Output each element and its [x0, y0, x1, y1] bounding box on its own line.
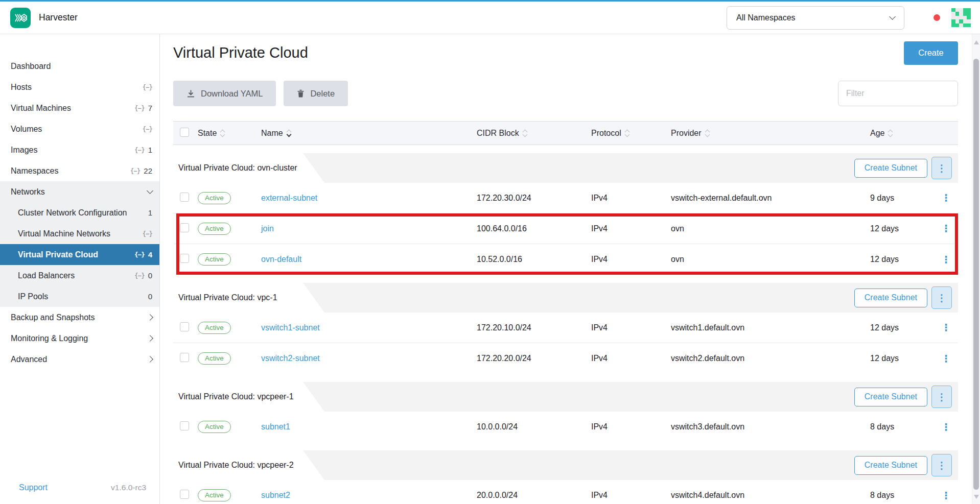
sidebar-item-hosts[interactable]: Hosts{−} — [0, 77, 159, 98]
scrollbar-thumb[interactable] — [973, 59, 979, 490]
group-menu-button[interactable]: ⋮ — [931, 454, 952, 476]
namespace-filter-value: All Namespaces — [736, 13, 796, 22]
create-subnet-button[interactable]: Create Subnet — [854, 456, 927, 475]
delete-button[interactable]: Delete — [284, 81, 348, 106]
sidebar-item-load-balancers[interactable]: Load Balancers{−}0 — [0, 265, 159, 286]
row-menu-kebab-icon[interactable]: ⋮ — [941, 422, 951, 432]
nav-count: 1 — [148, 208, 152, 217]
download-yaml-button[interactable]: Download YAML — [173, 81, 276, 106]
row-checkbox-cell — [173, 322, 198, 333]
sidebar-item-virtual-machine-networks[interactable]: Virtual Machine Networks{−} — [0, 223, 159, 244]
user-avatar-identicon[interactable] — [951, 8, 971, 28]
row-menu-kebab-icon[interactable]: ⋮ — [941, 255, 951, 265]
sidebar-item-networks[interactable]: Networks — [0, 181, 159, 202]
subnet-name-link[interactable]: vswitch1-subnet — [261, 323, 320, 332]
app-name: Harvester — [39, 12, 78, 23]
sidebar-item-monitoring-logging[interactable]: Monitoring & Logging — [0, 328, 159, 349]
scrollbar[interactable] — [972, 34, 980, 504]
row-checkbox[interactable] — [180, 223, 189, 232]
column-header-age[interactable]: Age — [870, 129, 934, 138]
sidebar-item-cluster-network-configuration[interactable]: Cluster Network Configuration1 — [0, 202, 159, 223]
row-checkbox[interactable] — [180, 254, 189, 263]
age-cell: 12 days — [870, 224, 934, 233]
row-actions-cell: ⋮ — [934, 255, 958, 265]
row-menu-kebab-icon[interactable]: ⋮ — [941, 224, 951, 233]
provider-cell: ovn — [671, 255, 870, 264]
row-checkbox[interactable] — [180, 421, 189, 430]
column-header-label: Name — [261, 129, 283, 138]
create-button[interactable]: Create — [904, 41, 958, 65]
group-menu-button[interactable]: ⋮ — [931, 157, 952, 179]
row-checkbox[interactable] — [180, 490, 189, 499]
support-link[interactable]: Support — [19, 483, 48, 492]
sidebar-item-backup-and-snapshots[interactable]: Backup and Snapshots — [0, 307, 159, 328]
table-row-vswitch1-subnet: Activevswitch1-subnet172.20.10.0/24IPv4v… — [173, 313, 958, 343]
column-header-state[interactable]: State — [198, 129, 261, 138]
sidebar-item-namespaces[interactable]: Namespaces{−}22 — [0, 160, 159, 181]
group-title: Virtual Private Cloud: ovn-cluster — [178, 163, 297, 173]
sidebar-item-dashboard[interactable]: Dashboard — [0, 56, 159, 77]
scrollbar-up-arrow-icon[interactable] — [974, 40, 979, 44]
subnet-name-link[interactable]: vswitch2-subnet — [261, 354, 320, 363]
sidebar-item-images[interactable]: Images{−}1 — [0, 139, 159, 160]
subnet-name-link[interactable]: ovn-default — [261, 255, 301, 263]
chevron-right-icon — [147, 356, 153, 363]
group-rows: Activeexternal-subnet172.20.30.0/24IPv4v… — [173, 183, 958, 275]
column-header-name[interactable]: Name — [261, 129, 477, 138]
provider-cell: vswitch2.default.ovn — [671, 354, 870, 363]
identicon-cell — [959, 19, 963, 23]
row-actions-cell: ⋮ — [934, 323, 958, 332]
create-subnet-button[interactable]: Create Subnet — [854, 388, 927, 406]
row-menu-kebab-icon[interactable]: ⋮ — [941, 491, 951, 500]
braces-icon: {−} — [142, 125, 152, 133]
identicon-cell — [959, 12, 963, 16]
group-title: Virtual Private Cloud: vpcpeer-1 — [178, 392, 294, 401]
filter-input[interactable] — [838, 81, 958, 106]
create-subnet-button[interactable]: Create Subnet — [854, 159, 927, 178]
subnet-name-link[interactable]: subnet2 — [261, 491, 290, 499]
group-tab: Virtual Private Cloud: vpc-1 — [173, 283, 324, 313]
row-checkbox-cell — [173, 193, 198, 204]
column-header-provider[interactable]: Provider — [671, 129, 870, 138]
subnet-name-link[interactable]: join — [261, 224, 274, 233]
kebab-icon: ⋮ — [937, 163, 947, 173]
namespace-filter-select[interactable]: All Namespaces — [727, 6, 904, 30]
nav-item-meta — [148, 336, 152, 341]
chevron-right-icon — [147, 314, 153, 321]
sort-icon — [523, 130, 527, 136]
row-checkbox[interactable] — [180, 322, 189, 331]
age-cell: 12 days — [870, 255, 934, 264]
identicon-cell — [955, 19, 960, 23]
row-checkbox[interactable] — [180, 353, 189, 362]
vpc-table: StateNameCIDR BlockProtocolProviderAge V… — [173, 121, 958, 504]
select-all-checkbox[interactable] — [180, 128, 189, 137]
column-header-protocol[interactable]: Protocol — [591, 129, 671, 138]
sidebar-item-virtual-machines[interactable]: Virtual Machines{−}7 — [0, 98, 159, 118]
row-menu-kebab-icon[interactable]: ⋮ — [941, 354, 951, 364]
delete-label: Delete — [310, 89, 335, 99]
harvester-logo[interactable] — [10, 8, 31, 28]
subnet-name-link[interactable]: external-subnet — [261, 194, 317, 202]
row-checkbox[interactable] — [180, 193, 189, 202]
sidebar-item-ip-pools[interactable]: IP Pools0 — [0, 286, 159, 307]
row-menu-kebab-icon[interactable]: ⋮ — [941, 323, 951, 332]
column-header-label: Protocol — [591, 129, 621, 138]
state-badge: Active — [198, 253, 231, 266]
sidebar-item-virtual-private-cloud[interactable]: Virtual Private Cloud{−}4 — [0, 244, 159, 265]
table-row-subnet1: Activesubnet110.0.0.0/24IPv4vswitch3.def… — [173, 412, 958, 442]
name-cell: subnet2 — [261, 491, 477, 500]
sidebar-item-advanced[interactable]: Advanced — [0, 349, 159, 370]
subnet-name-link[interactable]: subnet1 — [261, 422, 290, 431]
scrollbar-down-arrow-icon[interactable] — [974, 495, 979, 499]
sidebar-item-volumes[interactable]: Volumes{−} — [0, 118, 159, 139]
identicon-cell — [963, 12, 967, 16]
group-menu-button[interactable]: ⋮ — [931, 286, 952, 309]
nav-count: 4 — [148, 250, 152, 259]
protocol-cell: IPv4 — [591, 194, 671, 203]
column-header-cidr-block[interactable]: CIDR Block — [477, 129, 591, 138]
group-tab: Virtual Private Cloud: vpcpeer-2 — [173, 450, 324, 480]
row-menu-kebab-icon[interactable]: ⋮ — [941, 193, 951, 203]
group-menu-button[interactable]: ⋮ — [931, 386, 952, 408]
create-subnet-button[interactable]: Create Subnet — [854, 289, 927, 307]
name-cell: subnet1 — [261, 422, 477, 431]
